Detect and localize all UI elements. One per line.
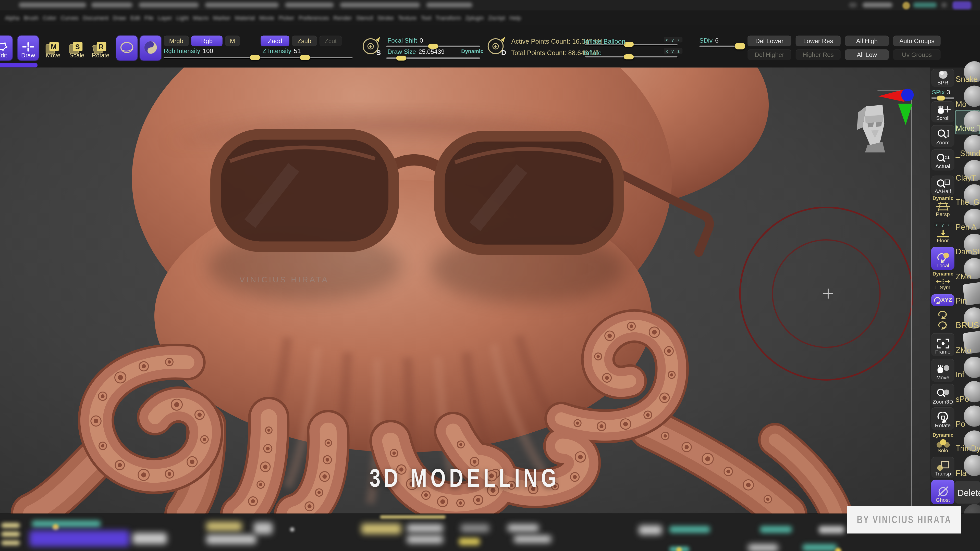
zoom-button[interactable]: Zoom (931, 125, 955, 147)
z-rotate-icon[interactable]: Z (937, 321, 950, 332)
brush-row[interactable]: ZMo (955, 257, 980, 282)
brush-row[interactable]: Delete (955, 481, 980, 503)
rotate-3d-button[interactable]: Rotate (931, 407, 955, 430)
z-intensity-handle[interactable] (300, 55, 310, 60)
brush-row[interactable]: Snake (955, 61, 980, 85)
menu-item[interactable]: Draw (113, 15, 126, 21)
menu-item[interactable]: Marker (213, 15, 231, 21)
ghost-button[interactable]: Ghost (931, 480, 955, 504)
brush-thumbnail[interactable] (964, 357, 980, 378)
zoom3d-button[interactable]: Zoom3D (931, 384, 955, 406)
zsub-button[interactable]: Zsub (292, 36, 317, 46)
accent-button-blurred[interactable] (953, 1, 971, 10)
del-lower-button[interactable]: Del Lower (748, 36, 791, 46)
move-button[interactable]: M Move (43, 36, 64, 61)
brush-row[interactable]: sPo (955, 381, 980, 405)
draw-button[interactable]: Draw (18, 36, 39, 61)
brush-row[interactable]: TrimDy (955, 430, 980, 454)
menu-item[interactable]: Transform (436, 15, 461, 21)
inflate-balloon-xyz[interactable]: x y z (664, 37, 682, 42)
menu-item[interactable]: Macro (193, 15, 208, 21)
bpr-button[interactable]: BPR (931, 68, 955, 87)
menu-item[interactable]: Preferences (299, 15, 329, 21)
all-high-button[interactable]: All High (845, 36, 889, 46)
auto-groups-button[interactable]: Auto Groups (893, 36, 941, 46)
blurred-slider[interactable] (29, 530, 129, 547)
brush-row[interactable]: Pin (955, 282, 980, 306)
menu-item[interactable]: Document (83, 15, 108, 21)
del-higher-button[interactable]: Del Higher (748, 49, 791, 60)
quicksave-blurred[interactable] (862, 3, 893, 8)
move-3d-button[interactable]: Move (931, 359, 955, 382)
brush-row[interactable]: Pen A (955, 208, 980, 233)
edit-button[interactable]: Edit (0, 36, 13, 61)
menu-item[interactable]: Stencil (356, 15, 373, 21)
mrgb-button[interactable]: Mrgb (164, 36, 189, 46)
brush-row[interactable]: ClayT (955, 159, 980, 183)
brush-row[interactable]: _Standar (955, 135, 980, 159)
menu-item[interactable]: Edit (130, 15, 140, 21)
blurred-control[interactable] (1, 523, 20, 528)
menu-item[interactable]: Zscript (488, 15, 505, 21)
aahalf-button[interactable]: AAHalf (931, 176, 955, 195)
higher-res-button[interactable]: Higher Res (796, 49, 841, 60)
local-button[interactable]: Local (931, 247, 955, 270)
inflate-xyz[interactable]: x y z (664, 48, 682, 54)
brush-row[interactable]: Mo (955, 85, 980, 110)
brush-row[interactable]: DamSt (955, 233, 980, 257)
menu-item[interactable]: Alpha (5, 15, 19, 21)
draw-size-handle[interactable] (396, 56, 406, 61)
menu-item[interactable]: Texture (398, 15, 417, 21)
window-control[interactable] (849, 3, 857, 8)
rgb-button[interactable]: Rgb (191, 36, 222, 46)
scroll-button[interactable]: Scroll (931, 101, 955, 122)
frame-button[interactable]: Frame (931, 333, 955, 356)
camera-head-preview[interactable] (857, 105, 885, 152)
material-picker-button[interactable] (140, 36, 161, 61)
inflate-handle[interactable] (624, 54, 634, 59)
brush-row[interactable]: Move To (955, 110, 980, 134)
sculpt-canvas[interactable]: VINICIUS HIRATA 3D MODELLING (0, 67, 930, 513)
brush-thumbnail[interactable] (964, 406, 980, 427)
brush-row[interactable]: Inf (955, 356, 980, 380)
brush-row[interactable]: Fla (955, 454, 980, 479)
all-low-button[interactable]: All Low (845, 49, 889, 60)
actual-button[interactable]: x1 Actual (931, 149, 955, 170)
menu-item[interactable]: Material (235, 15, 255, 21)
menu-item[interactable]: Stroke (377, 15, 394, 21)
menu-item[interactable]: Help (509, 15, 521, 21)
brush-row[interactable]: ZMo (955, 331, 980, 356)
brush-row[interactable]: Po (955, 405, 980, 430)
m-button[interactable]: M (225, 36, 240, 46)
scale-button[interactable]: S Scale (66, 36, 88, 61)
menu-item[interactable]: File (145, 15, 154, 21)
sdiv-handle[interactable] (735, 43, 745, 49)
menu-item[interactable]: Light (177, 15, 189, 21)
uv-groups-button[interactable]: Uv Groups (893, 49, 941, 60)
menu-item[interactable]: Brush (24, 15, 38, 21)
rgb-intensity-slider[interactable] (164, 57, 262, 58)
persp-button[interactable]: Persp (931, 200, 955, 219)
rotate-button[interactable]: R Rotate (90, 36, 111, 61)
menu-item[interactable]: Curves (61, 15, 79, 21)
spix-handle[interactable] (937, 96, 945, 101)
solo-button[interactable]: Solo (931, 437, 955, 455)
menu-item[interactable]: Picker (279, 15, 294, 21)
floor-button[interactable]: Floor (931, 228, 955, 245)
menu-item[interactable]: Layer (158, 15, 172, 21)
xyz-rotate-button[interactable]: XYZ (931, 294, 955, 306)
draw-size-dial-button[interactable]: D (486, 35, 508, 61)
brush-row[interactable]: The_GIO (955, 184, 980, 208)
zcut-button[interactable]: Zcut (319, 36, 342, 46)
floor-xyz[interactable]: x y z (934, 222, 953, 227)
rgb-intensity-handle[interactable] (250, 55, 260, 60)
menu-item[interactable]: Movie (259, 15, 274, 21)
zadd-button[interactable]: Zadd (261, 36, 290, 46)
stroke-dial-button[interactable]: S (361, 35, 383, 61)
y-rotate-icon[interactable]: Y (937, 310, 950, 322)
menu-item[interactable]: Zplugin (465, 15, 484, 21)
brush-row[interactable]: BRUSH D (955, 306, 980, 331)
menu-item[interactable]: Tool (421, 15, 431, 21)
transp-button[interactable]: Transp (931, 457, 955, 478)
lower-res-button[interactable]: Lower Res (796, 36, 841, 46)
